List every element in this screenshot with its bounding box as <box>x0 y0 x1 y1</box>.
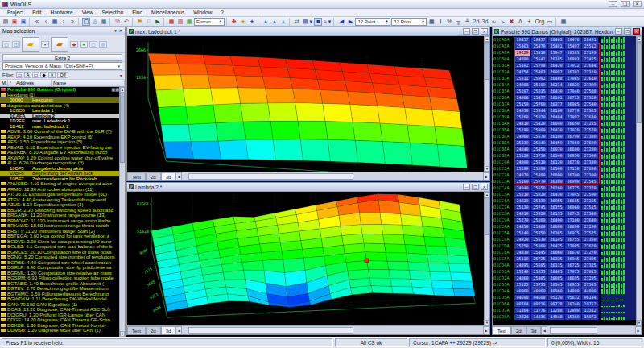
hex-cell[interactable]: 26135 <box>548 211 565 217</box>
hex-cell[interactable]: 24930 <box>514 108 531 114</box>
hex-cell[interactable]: 26730 <box>565 160 582 165</box>
angle-icon[interactable]: ↘ <box>498 18 506 26</box>
hex-row[interactable]: 01CC9A2527025880264902710027640 <box>493 217 636 223</box>
view-2d-select[interactable]: ▤ ▾ <box>302 18 313 26</box>
hex-cell[interactable]: 24830 <box>514 250 531 255</box>
hex-cell[interactable]: 10752 <box>582 301 599 307</box>
zoom-icon[interactable]: ◎ <box>91 18 99 26</box>
hex-cell[interactable]: 26725 <box>565 263 582 268</box>
hex-cell[interactable]: 26214 <box>548 82 565 88</box>
hex-cell[interactable]: 25260 <box>514 114 531 120</box>
window-title-bar[interactable]: max. Ladedruck 1 * ‒ ❐ ✕ <box>127 27 489 36</box>
hex-cell[interactable]: 25160 <box>514 179 531 184</box>
hex-cell[interactable]: 26465 <box>548 269 565 275</box>
tab-text[interactable]: Text <box>127 172 146 180</box>
plot-scrollbar[interactable]: ▲ ▼ <box>484 36 489 172</box>
hex-cell[interactable]: 25311 <box>514 76 531 81</box>
hex-cell[interactable]: 24866 <box>514 95 531 101</box>
hex-cell[interactable]: 26583 <box>565 50 582 56</box>
scroll-down-icon[interactable]: ▼ <box>120 331 125 337</box>
hex-cell[interactable]: 24820 <box>514 198 531 204</box>
menu-miscellaneous[interactable]: Miscellaneous <box>147 9 188 16</box>
restore-button[interactable]: ❐ <box>624 28 631 35</box>
window-title-bar[interactable]: Lambda 2 * ‒ ❐ ✕ <box>127 183 489 192</box>
hex-cell[interactable]: 24900 <box>514 160 531 165</box>
import-folder-icon[interactable]: ▰ <box>51 37 68 52</box>
last-map-icon[interactable]: » <box>68 18 76 26</box>
hex-cell[interactable]: 26115 <box>548 263 565 268</box>
hex-cell[interactable]: 27310 <box>582 69 599 75</box>
hex-row[interactable]: 01CB0A2489025541261852680327455 <box>493 56 636 62</box>
hex-row[interactable]: 01CCFA2511025725263352694527495 <box>493 255 636 262</box>
hex-cell[interactable]: 40960 <box>548 288 565 294</box>
nav-prev-icon[interactable]: ◀ <box>337 18 345 26</box>
undo-icon[interactable]: ↶ <box>122 18 130 26</box>
hex-cell[interactable]: 27525 <box>582 230 599 236</box>
hex-cell[interactable]: 25735 <box>531 282 548 288</box>
hex-cell[interactable]: 25760 <box>531 102 548 107</box>
hex-scrollbar[interactable]: ▲ ▼ <box>636 36 642 325</box>
hex-cell[interactable]: 27380 <box>582 134 599 139</box>
run-icon[interactable]: ▶ <box>154 18 162 26</box>
star-blue-icon[interactable]: ✦ <box>248 18 256 26</box>
hex-cell[interactable]: 26160 <box>548 185 565 191</box>
hex-cell[interactable]: 25460 <box>531 224 548 230</box>
hex-cell[interactable]: 25520 <box>531 211 548 217</box>
scroll-up-icon[interactable]: ▲ <box>637 36 642 42</box>
spinner-icon[interactable]: ▲▼ <box>385 19 388 24</box>
folder-row[interactable]: DDMSB: 1.20 Diagnose MSR über CAN (1) <box>0 328 119 334</box>
hex-cell[interactable]: 27325 <box>582 263 599 268</box>
hex-cell[interactable]: 25125 <box>514 282 531 288</box>
hex-cell[interactable]: 27500 <box>582 153 599 159</box>
hex-cell[interactable]: 09728 <box>548 301 565 307</box>
grid-view-icon[interactable]: ▦ <box>100 18 108 26</box>
hex-cell[interactable]: 26745 <box>565 211 582 217</box>
hex-cell[interactable]: 27630 <box>582 114 599 120</box>
hex-cell[interactable]: 26960 <box>565 205 582 210</box>
hex-cell[interactable]: 24890 <box>514 56 531 62</box>
hex-cell[interactable]: 27365 <box>582 108 599 114</box>
hex-row[interactable]: 01CB9A2526025870264842709227630 <box>493 114 636 120</box>
hex-cell[interactable]: 26701 <box>565 69 582 75</box>
hex-cell[interactable]: 26665 <box>565 198 582 204</box>
minimize-button[interactable]: ‒ <box>615 28 622 35</box>
hex-row[interactable]: 01CC3A2516025770263802699027545 <box>493 178 636 184</box>
spinner-icon[interactable]: ▲▼ <box>219 19 222 24</box>
panel-caret-icon[interactable]: ▾ <box>114 28 117 33</box>
hex-cell[interactable]: 25890 <box>531 166 548 172</box>
extra2-tab[interactable]: Extra 2 <box>2 54 122 61</box>
hex-cell[interactable]: 25230 <box>514 140 531 146</box>
scroll-left-icon[interactable]: ◀ <box>175 326 182 334</box>
hex-cell[interactable]: 27590 <box>582 192 599 197</box>
map-3d-2-icon[interactable]: ▲ <box>270 18 279 26</box>
hex-cell[interactable]: 44800 <box>582 288 599 294</box>
new-project-icon[interactable]: ▢ <box>2 41 10 48</box>
hex-cell[interactable]: 13312 <box>582 308 599 313</box>
hex-row[interactable]: 01CD8A1382414336148481536015872 <box>493 313 636 320</box>
monitor-blue-icon[interactable]: ▣ <box>19 18 27 26</box>
point-x-select[interactable]: 12 Point▲▼ <box>355 18 390 26</box>
hex-cell[interactable]: 27615 <box>582 269 599 275</box>
boost-3d-surface[interactable]: 26661334 <box>127 36 484 172</box>
folder-caret-icon[interactable]: ▾ <box>41 41 49 48</box>
hex-cell[interactable]: 26500 <box>548 166 565 172</box>
hex-cell[interactable]: 27265 <box>582 198 599 204</box>
hex-cell[interactable]: 26990 <box>565 179 582 184</box>
hex-cell[interactable]: 26420 <box>548 63 565 68</box>
hex-cell[interactable]: 25550 <box>531 185 548 191</box>
hex-cell[interactable]: 27570 <box>582 127 599 133</box>
hex-cell[interactable]: 25512 <box>582 44 599 49</box>
overview-icon[interactable]: ▦ <box>51 18 59 26</box>
filter-button-4[interactable]: ✕ <box>48 72 56 78</box>
scroll-right-icon[interactable]: ▶ <box>483 172 489 180</box>
hex-cell[interactable]: 25420 <box>531 121 548 126</box>
hex-row[interactable]: 01CD0A2489525505261152672527325 <box>493 262 636 268</box>
hex-cell[interactable]: 24920 <box>514 237 531 242</box>
hex-cell[interactable]: 26985 <box>565 102 582 107</box>
hex-row[interactable]: 01CCBA2514025750263652697527525 <box>493 230 636 236</box>
scroll-left-icon[interactable]: ◀ <box>175 172 182 180</box>
hex-cell[interactable]: 24895 <box>514 263 531 268</box>
hex-cell[interactable]: 24870 <box>514 172 531 178</box>
hex-cell[interactable]: 26820 <box>565 82 582 88</box>
hex-cell[interactable]: 27600 <box>582 140 599 146</box>
